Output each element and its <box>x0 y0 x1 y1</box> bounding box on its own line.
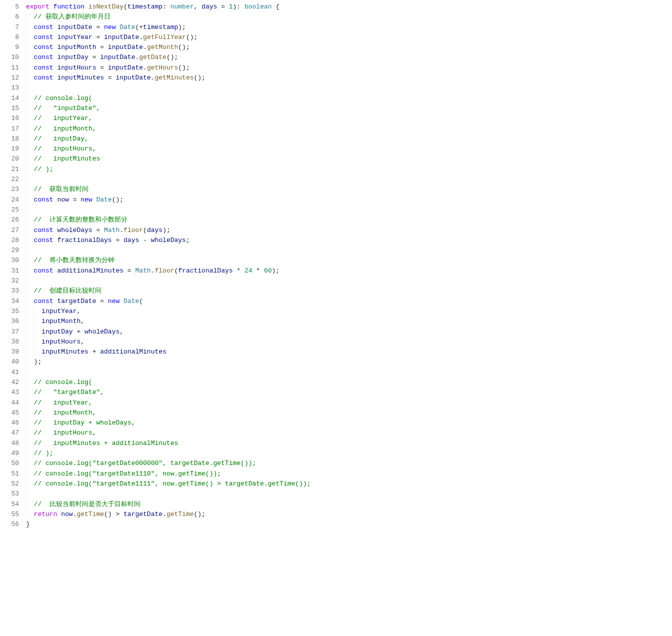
code-line[interactable]: const now = new Date(); <box>26 195 672 205</box>
code-line[interactable] <box>26 368 672 378</box>
code-line[interactable]: const inputYear = inputDate.getFullYear(… <box>26 32 672 42</box>
token-punct: . <box>120 226 124 234</box>
code-line[interactable]: const fractionalDays = days - wholeDays; <box>26 236 672 246</box>
token-punct: (); <box>112 196 124 204</box>
code-line[interactable]: inputDay + wholeDays, <box>26 327 672 337</box>
token-op: = <box>124 267 135 274</box>
code-line[interactable]: const additionalMinutes = Math.floor(fra… <box>26 266 672 276</box>
token-punct: (); <box>194 74 206 82</box>
token-punct: , <box>76 308 80 315</box>
code-line[interactable]: const inputMonth = inputDate.getMonth(); <box>26 42 672 52</box>
code-line[interactable]: // inputMinutes <box>26 154 672 164</box>
code-line[interactable]: // console.log( <box>26 94 672 104</box>
token-cmt: // inputMinutes <box>34 155 100 162</box>
token-punct: () > <box>104 510 124 518</box>
code-line[interactable]: // console.log( <box>26 378 672 388</box>
token-cmt: // inputDay + wholeDays, <box>34 419 136 426</box>
token-op: = <box>112 236 124 244</box>
code-line[interactable]: // 计算天数的整数和小数部分 <box>26 215 672 225</box>
token-kw2: const <box>34 226 58 234</box>
code-line[interactable]: // "inputDate", <box>26 104 672 114</box>
line-number: 20 <box>0 154 19 164</box>
code-line[interactable]: // inputMonth, <box>26 408 672 418</box>
line-number: 25 <box>0 205 19 215</box>
code-line[interactable]: export function isNextDay(timestamp: num… <box>26 2 672 12</box>
token-param: days <box>147 226 162 234</box>
line-number: 21 <box>0 164 19 174</box>
token-param: wholeDays <box>57 226 92 234</box>
code-editor[interactable]: 5678910111213141516171819202122232425262… <box>0 0 672 532</box>
code-line[interactable]: // ); <box>26 164 672 174</box>
line-number: 41 <box>0 368 19 378</box>
line-number: 34 <box>0 296 19 306</box>
code-line[interactable] <box>26 489 672 499</box>
code-line[interactable]: const targetDate = new Date( <box>26 296 672 306</box>
token-cmt: // console.log("targetDate1110", now.get… <box>34 470 221 478</box>
code-line[interactable] <box>26 205 672 215</box>
code-line[interactable]: inputMinutes + additionalMinutes <box>26 347 672 357</box>
line-number: 8 <box>0 32 19 42</box>
code-line[interactable]: const inputMinutes = inputDate.getMinute… <box>26 73 672 83</box>
code-line[interactable]: // 将小数天数转换为分钟 <box>26 256 672 266</box>
token-cmt: // inputMonth, <box>34 409 96 416</box>
line-number: 45 <box>0 408 19 418</box>
token-kw2: new <box>104 24 120 31</box>
code-line[interactable]: } <box>26 520 672 530</box>
code-line[interactable]: const wholeDays = Math.floor(days); <box>26 226 672 236</box>
code-line[interactable]: // inputMinutes + additionalMinutes <box>26 438 672 448</box>
line-number: 47 <box>0 428 19 438</box>
token-param: inputMinutes <box>57 74 104 82</box>
code-line[interactable] <box>26 246 672 256</box>
token-op: = <box>96 298 108 305</box>
code-line[interactable]: // inputDay + wholeDays, <box>26 418 672 428</box>
code-line[interactable]: // ); <box>26 448 672 458</box>
line-number: 9 <box>0 42 19 52</box>
code-line[interactable]: // inputMonth, <box>26 124 672 134</box>
code-line[interactable] <box>26 83 672 93</box>
code-line[interactable]: // console.log("targetDate000000", targe… <box>26 458 672 468</box>
code-area[interactable]: export function isNextDay(timestamp: num… <box>26 2 672 530</box>
code-line[interactable]: // "targetDate", <box>26 388 672 398</box>
code-line[interactable]: // inputHours, <box>26 428 672 438</box>
code-line[interactable]: // console.log("targetDate1110", now.get… <box>26 469 672 479</box>
token-cmt: // 计算天数的整数和小数部分 <box>34 216 128 224</box>
token-num: 1 <box>229 3 233 10</box>
token-kw2: const <box>34 298 58 305</box>
code-line[interactable]: // console.log("targetDate1111", now.get… <box>26 479 672 489</box>
code-line[interactable]: // inputHours, <box>26 144 672 154</box>
token-punct: { <box>272 3 280 10</box>
token-op: = <box>88 54 100 61</box>
token-cmt: // inputHours, <box>34 145 96 152</box>
token-fn: floor <box>124 226 143 234</box>
token-op: = <box>96 64 108 72</box>
token-op: * <box>233 267 244 274</box>
token-op: + <box>73 328 84 336</box>
token-op: = <box>104 74 116 82</box>
code-line[interactable]: const inputDay = inputDate.getDate(); <box>26 52 672 62</box>
token-param: inputDate <box>116 74 150 82</box>
code-line[interactable]: // inputDay, <box>26 134 672 144</box>
code-line[interactable]: ); <box>26 357 672 367</box>
code-line[interactable] <box>26 276 672 286</box>
code-line[interactable]: return now.getTime() > targetDate.getTim… <box>26 510 672 520</box>
token-cmt: // inputYear, <box>34 114 92 122</box>
code-line[interactable]: // inputYear, <box>26 398 672 408</box>
code-line[interactable]: const inputDate = new Date(+timestamp); <box>26 22 672 32</box>
code-line[interactable]: inputHours, <box>26 337 672 347</box>
token-op: = <box>217 3 228 10</box>
line-number: 33 <box>0 286 19 296</box>
line-number: 52 <box>0 479 19 489</box>
token-punct: ); <box>178 24 186 31</box>
code-line[interactable]: // 比较当前时间是否大于目标时间 <box>26 500 672 510</box>
code-line[interactable]: // 获取入参时间的年月日 <box>26 12 672 22</box>
token-cmt: // inputDay, <box>34 135 88 142</box>
code-line[interactable]: // 获取当前时间 <box>26 184 672 194</box>
code-line[interactable]: inputYear, <box>26 306 672 316</box>
code-line[interactable]: // inputYear, <box>26 114 672 124</box>
code-line[interactable] <box>26 174 672 184</box>
code-line[interactable]: inputMonth, <box>26 316 672 326</box>
token-punct: (); <box>194 510 206 518</box>
code-line[interactable]: const inputHours = inputDate.getHours(); <box>26 63 672 73</box>
code-line[interactable]: // 创建目标比较时间 <box>26 286 672 296</box>
line-number: 43 <box>0 388 19 398</box>
